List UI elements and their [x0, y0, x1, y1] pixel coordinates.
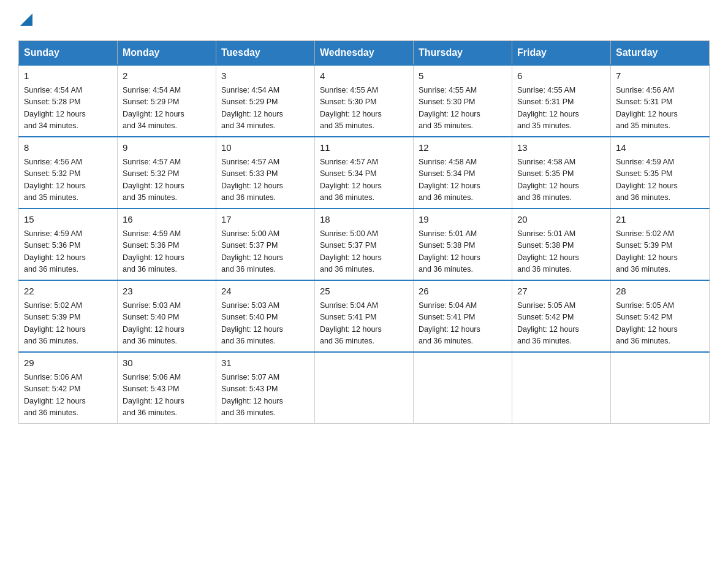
calendar-cell: 26 Sunrise: 5:04 AMSunset: 5:41 PMDaylig…: [414, 280, 512, 352]
day-info: Sunrise: 4:58 AMSunset: 5:34 PMDaylight:…: [419, 156, 507, 204]
day-info: Sunrise: 4:59 AMSunset: 5:36 PMDaylight:…: [123, 228, 211, 276]
day-number: 28: [616, 285, 704, 299]
day-number: 3: [221, 69, 309, 83]
day-info: Sunrise: 5:07 AMSunset: 5:43 PMDaylight:…: [221, 372, 309, 419]
calendar-cell: 13 Sunrise: 4:58 AMSunset: 5:35 PMDaylig…: [512, 137, 611, 209]
day-number: 9: [123, 141, 211, 155]
logo: [18, 12, 32, 28]
day-info: Sunrise: 5:06 AMSunset: 5:43 PMDaylight:…: [123, 372, 211, 419]
calendar-week-row: 15 Sunrise: 4:59 AMSunset: 5:36 PMDaylig…: [19, 209, 710, 280]
calendar-cell: 17 Sunrise: 5:00 AMSunset: 5:37 PMDaylig…: [216, 209, 315, 280]
day-header-saturday: Saturday: [611, 40, 710, 65]
day-info: Sunrise: 4:54 AMSunset: 5:29 PMDaylight:…: [221, 85, 309, 132]
day-number: 29: [24, 356, 112, 370]
day-info: Sunrise: 5:05 AMSunset: 5:42 PMDaylight:…: [616, 300, 704, 348]
calendar-cell: 30 Sunrise: 5:06 AMSunset: 5:43 PMDaylig…: [118, 352, 216, 424]
day-number: 24: [221, 285, 309, 299]
day-info: Sunrise: 5:03 AMSunset: 5:40 PMDaylight:…: [123, 300, 211, 348]
calendar-cell: 4 Sunrise: 4:55 AMSunset: 5:30 PMDayligh…: [315, 65, 414, 137]
day-number: 1: [24, 69, 112, 83]
day-number: 23: [123, 285, 211, 299]
day-number: 16: [123, 213, 211, 227]
calendar-cell: [414, 352, 512, 424]
day-number: 2: [123, 69, 211, 83]
day-number: 20: [517, 213, 605, 227]
day-number: 27: [517, 285, 605, 299]
calendar-cell: 22 Sunrise: 5:02 AMSunset: 5:39 PMDaylig…: [19, 280, 118, 352]
day-info: Sunrise: 4:59 AMSunset: 5:35 PMDaylight:…: [616, 156, 704, 204]
day-info: Sunrise: 4:57 AMSunset: 5:32 PMDaylight:…: [123, 156, 211, 204]
day-info: Sunrise: 4:55 AMSunset: 5:30 PMDaylight:…: [419, 85, 507, 132]
day-number: 4: [320, 69, 408, 83]
calendar-cell: 27 Sunrise: 5:05 AMSunset: 5:42 PMDaylig…: [512, 280, 611, 352]
calendar-cell: 21 Sunrise: 5:02 AMSunset: 5:39 PMDaylig…: [611, 209, 710, 280]
calendar-cell: 16 Sunrise: 4:59 AMSunset: 5:36 PMDaylig…: [118, 209, 216, 280]
calendar-cell: 6 Sunrise: 4:55 AMSunset: 5:31 PMDayligh…: [512, 65, 611, 137]
day-header-thursday: Thursday: [414, 40, 512, 65]
day-number: 10: [221, 141, 309, 155]
calendar-cell: 12 Sunrise: 4:58 AMSunset: 5:34 PMDaylig…: [414, 137, 512, 209]
calendar-cell: 31 Sunrise: 5:07 AMSunset: 5:43 PMDaylig…: [216, 352, 315, 424]
svg-marker-0: [20, 13, 32, 26]
day-info: Sunrise: 5:05 AMSunset: 5:42 PMDaylight:…: [517, 300, 605, 348]
calendar-cell: 3 Sunrise: 4:54 AMSunset: 5:29 PMDayligh…: [216, 65, 315, 137]
day-info: Sunrise: 5:00 AMSunset: 5:37 PMDaylight:…: [221, 228, 309, 276]
day-info: Sunrise: 4:58 AMSunset: 5:35 PMDaylight:…: [517, 156, 605, 204]
day-header-sunday: Sunday: [19, 40, 118, 65]
calendar-cell: 7 Sunrise: 4:56 AMSunset: 5:31 PMDayligh…: [611, 65, 710, 137]
logo-triangle-icon: [20, 13, 32, 26]
day-info: Sunrise: 5:02 AMSunset: 5:39 PMDaylight:…: [24, 300, 112, 348]
calendar-cell: 11 Sunrise: 4:57 AMSunset: 5:34 PMDaylig…: [315, 137, 414, 209]
day-info: Sunrise: 5:01 AMSunset: 5:38 PMDaylight:…: [517, 228, 605, 276]
calendar-cell: [512, 352, 611, 424]
day-number: 11: [320, 141, 408, 155]
day-header-tuesday: Tuesday: [216, 40, 315, 65]
day-number: 26: [419, 285, 507, 299]
day-info: Sunrise: 4:55 AMSunset: 5:30 PMDaylight:…: [320, 85, 408, 132]
day-number: 17: [221, 213, 309, 227]
calendar-cell: 8 Sunrise: 4:56 AMSunset: 5:32 PMDayligh…: [19, 137, 118, 209]
calendar-cell: 20 Sunrise: 5:01 AMSunset: 5:38 PMDaylig…: [512, 209, 611, 280]
day-number: 25: [320, 285, 408, 299]
day-number: 5: [419, 69, 507, 83]
calendar-cell: 19 Sunrise: 5:01 AMSunset: 5:38 PMDaylig…: [414, 209, 512, 280]
calendar-table: SundayMondayTuesdayWednesdayThursdayFrid…: [18, 40, 710, 424]
day-info: Sunrise: 4:56 AMSunset: 5:31 PMDaylight:…: [616, 85, 704, 132]
day-number: 6: [517, 69, 605, 83]
calendar-cell: 29 Sunrise: 5:06 AMSunset: 5:42 PMDaylig…: [19, 352, 118, 424]
calendar-cell: 2 Sunrise: 4:54 AMSunset: 5:29 PMDayligh…: [118, 65, 216, 137]
day-number: 21: [616, 213, 704, 227]
day-number: 14: [616, 141, 704, 155]
day-header-wednesday: Wednesday: [315, 40, 414, 65]
calendar-cell: 15 Sunrise: 4:59 AMSunset: 5:36 PMDaylig…: [19, 209, 118, 280]
day-number: 7: [616, 69, 704, 83]
calendar-cell: 18 Sunrise: 5:00 AMSunset: 5:37 PMDaylig…: [315, 209, 414, 280]
day-info: Sunrise: 4:55 AMSunset: 5:31 PMDaylight:…: [517, 85, 605, 132]
day-info: Sunrise: 5:06 AMSunset: 5:42 PMDaylight:…: [24, 372, 112, 419]
day-info: Sunrise: 4:54 AMSunset: 5:29 PMDaylight:…: [123, 85, 211, 132]
calendar-cell: 24 Sunrise: 5:03 AMSunset: 5:40 PMDaylig…: [216, 280, 315, 352]
calendar-week-row: 29 Sunrise: 5:06 AMSunset: 5:42 PMDaylig…: [19, 352, 710, 424]
day-info: Sunrise: 4:56 AMSunset: 5:32 PMDaylight:…: [24, 156, 112, 204]
day-number: 30: [123, 356, 211, 370]
calendar-cell: 28 Sunrise: 5:05 AMSunset: 5:42 PMDaylig…: [611, 280, 710, 352]
day-info: Sunrise: 4:59 AMSunset: 5:36 PMDaylight:…: [24, 228, 112, 276]
day-header-monday: Monday: [118, 40, 216, 65]
day-number: 12: [419, 141, 507, 155]
page-header: [18, 12, 710, 28]
day-info: Sunrise: 5:02 AMSunset: 5:39 PMDaylight:…: [616, 228, 704, 276]
day-number: 18: [320, 213, 408, 227]
calendar-cell: 1 Sunrise: 4:54 AMSunset: 5:28 PMDayligh…: [19, 65, 118, 137]
day-info: Sunrise: 4:57 AMSunset: 5:34 PMDaylight:…: [320, 156, 408, 204]
calendar-cell: [315, 352, 414, 424]
calendar-cell: 10 Sunrise: 4:57 AMSunset: 5:33 PMDaylig…: [216, 137, 315, 209]
calendar-cell: 9 Sunrise: 4:57 AMSunset: 5:32 PMDayligh…: [118, 137, 216, 209]
day-header-friday: Friday: [512, 40, 611, 65]
day-number: 13: [517, 141, 605, 155]
calendar-cell: 25 Sunrise: 5:04 AMSunset: 5:41 PMDaylig…: [315, 280, 414, 352]
day-number: 31: [221, 356, 309, 370]
day-number: 19: [419, 213, 507, 227]
day-info: Sunrise: 5:01 AMSunset: 5:38 PMDaylight:…: [419, 228, 507, 276]
calendar-week-row: 1 Sunrise: 4:54 AMSunset: 5:28 PMDayligh…: [19, 65, 710, 137]
day-info: Sunrise: 5:04 AMSunset: 5:41 PMDaylight:…: [320, 300, 408, 348]
